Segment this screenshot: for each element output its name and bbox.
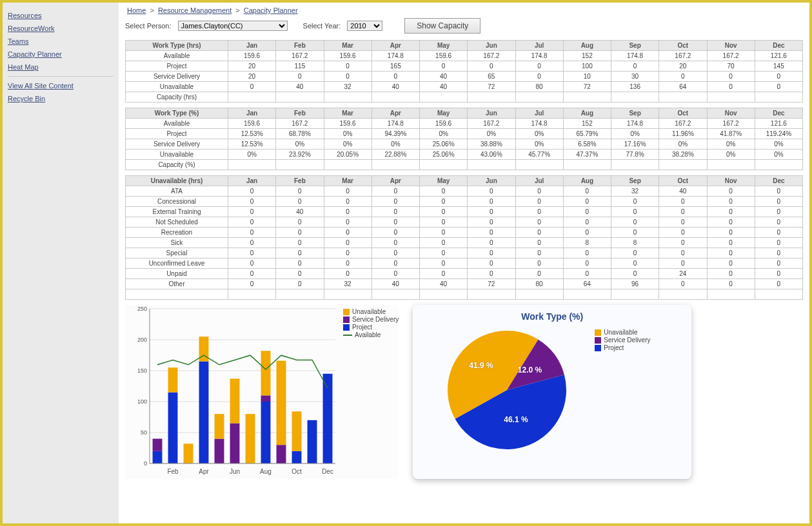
month-header: Sep (611, 176, 659, 186)
cell: 100 (563, 61, 611, 72)
breadcrumb-home[interactable]: Home (127, 6, 146, 14)
row-label: Recreation (126, 228, 228, 238)
svg-text:0: 0 (144, 460, 147, 467)
cell: 40 (371, 279, 419, 289)
cell: 32 (324, 279, 371, 289)
cell (126, 289, 228, 300)
cell: 23.92% (276, 150, 324, 160)
cell: 0 (468, 197, 515, 207)
cell: 0% (324, 129, 371, 139)
cell: 0 (755, 197, 802, 207)
sidebar-item-heat-map[interactable]: Heat Map (8, 61, 114, 73)
cell: 0 (563, 207, 611, 217)
cell: 20 (228, 72, 276, 82)
person-label: Select Person: (125, 22, 172, 30)
pie-chart-title: Work Type (%) (423, 311, 681, 322)
svg-rect-28 (277, 361, 286, 445)
show-capacity-button[interactable]: Show Capacity (404, 18, 480, 34)
cell: 0 (468, 186, 515, 197)
table-row: Not Scheduled000000000000 (126, 217, 803, 228)
svg-rect-27 (277, 445, 286, 463)
cell: 0 (324, 248, 371, 258)
legend-item: Service Delivery (595, 336, 650, 344)
sidebar-item-resourcework[interactable]: ResourceWork (8, 22, 114, 35)
stacked-bar-chart: 050100150200250FebAprJunAugOctDec Unavai… (125, 305, 399, 479)
capacity-cell: 49.76% (659, 160, 707, 170)
cell: 167.2 (659, 51, 707, 61)
sidebar-item-teams[interactable]: Teams (8, 35, 114, 48)
month-header: Dec (755, 41, 802, 51)
cell: 0 (755, 248, 802, 258)
cell: 0 (563, 228, 611, 238)
cell: 0 (755, 72, 802, 82)
capacity-cell: 30.2 (468, 92, 515, 102)
cell (611, 289, 659, 300)
capacity-cell: 5.03% (611, 160, 659, 170)
cell: 0 (324, 228, 371, 238)
cell: 152 (563, 51, 611, 61)
cell: 0 (515, 72, 563, 82)
month-header: Apr (371, 108, 419, 119)
month-header: Dec (755, 108, 802, 119)
sidebar-item-view-all[interactable]: View All Site Content (8, 79, 114, 92)
cell: 0 (755, 228, 802, 238)
cell: 167.2 (276, 51, 324, 61)
row-label: Unavailable (126, 150, 228, 160)
month-header: Nov (707, 108, 755, 119)
table-row: Recreation000000000000 (126, 228, 803, 238)
breadcrumb-sep: > (235, 6, 239, 14)
cell: 0 (515, 217, 563, 228)
cell: 0 (563, 186, 611, 197)
capacity-cell: -30 (563, 92, 611, 102)
month-header: Aug (563, 176, 611, 186)
cell: 0 (611, 248, 659, 258)
table-row: Other0032404072806496000 (126, 279, 803, 289)
cell: 0% (755, 150, 802, 160)
month-header: Jun (468, 108, 515, 119)
row-label: Project (126, 129, 228, 139)
sidebar-item-capacity-planner[interactable]: Capacity Planner (8, 48, 114, 61)
cell: 0 (276, 258, 324, 269)
table-row: Sick000000088000 (126, 238, 803, 248)
cell (228, 289, 276, 300)
capacity-cell: 49.87% (420, 160, 468, 170)
cell: 24 (659, 269, 707, 279)
cell: 159.6 (228, 51, 276, 61)
table-row: Project12.53%68.78%0%94.39%0%0%0%65.79%0… (126, 129, 803, 139)
cell: 0 (707, 279, 755, 289)
cell: 0 (563, 269, 611, 279)
cell: 152 (563, 119, 611, 129)
capacity-cell: -23.4 (755, 92, 802, 102)
cell (755, 289, 802, 300)
month-header: Jul (515, 108, 563, 119)
year-select[interactable]: 2010 (347, 21, 382, 31)
capacity-row: Capacity (%)74.94%7.3%79.95%-17.28%49.87… (126, 160, 803, 170)
breadcrumb-resource-mgmt[interactable]: Resource Management (158, 6, 232, 14)
capacity-cell: 79.6 (420, 92, 468, 102)
cell: 32 (324, 82, 371, 92)
capacity-cell: 83.2 (659, 92, 707, 102)
cell: 0 (563, 217, 611, 228)
bar-chart-legend: UnavailableService DeliveryProjectAvaila… (338, 305, 399, 479)
capacity-cell: 127.6 (324, 92, 371, 102)
sidebar-item-resources[interactable]: Resources (8, 9, 114, 22)
cell: 174.8 (515, 51, 563, 61)
table-header: Work Type (hrs) (126, 41, 228, 51)
cell: 0 (515, 197, 563, 207)
cell: 17.16% (611, 139, 659, 150)
person-select[interactable]: James.Clayton(CC) (178, 21, 288, 31)
cell: 0 (420, 186, 468, 197)
cell: 159.6 (420, 119, 468, 129)
capacity-row: Capacity (hrs)119.612.2127.6-30.279.630.… (126, 92, 803, 102)
breadcrumb-capacity-planner[interactable]: Capacity Planner (244, 6, 298, 14)
cell: 0 (228, 228, 276, 238)
month-header: Nov (707, 41, 755, 51)
capacity-cell: 119.6 (228, 92, 276, 102)
sidebar-item-recycle-bin[interactable]: Recycle Bin (8, 92, 114, 105)
capacity-cell: 54.23% (515, 160, 563, 170)
cell: 174.8 (371, 119, 419, 129)
capacity-cell: -19.24% (755, 160, 802, 170)
cell: 0 (420, 248, 468, 258)
cell: 165 (371, 61, 419, 72)
cell: 0 (515, 248, 563, 258)
